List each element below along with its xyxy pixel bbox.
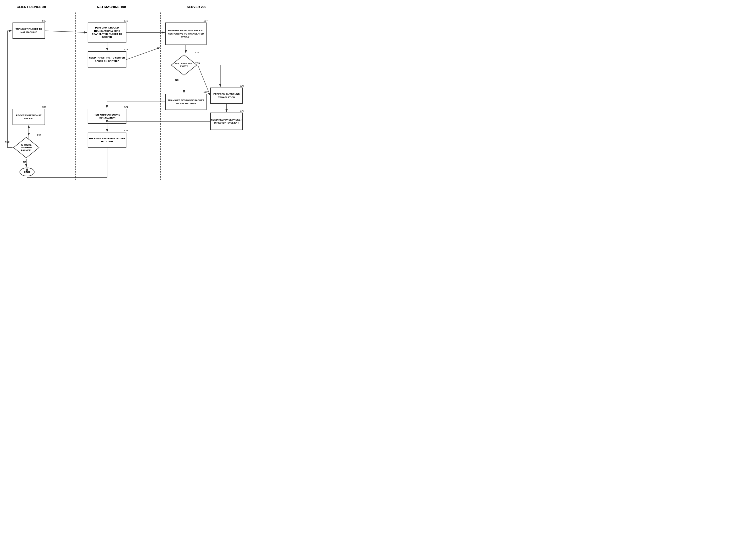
box-s30: SEND RESPONSE PACKET DIRECTLY TO CLIENT — [210, 112, 243, 130]
label-s24: S24 — [124, 106, 128, 108]
label-s34: S34 — [37, 134, 41, 136]
label-no-s34: NO — [23, 161, 26, 163]
header-client: CLIENT DEVICE 30 — [12, 5, 50, 9]
box-s32: PROCESS RESPONSE PACKET — [12, 109, 45, 125]
label-yes-s34: YES — [5, 141, 9, 143]
header-server: SERVER 200 — [175, 5, 218, 9]
svg-line-6 — [126, 48, 160, 60]
label-s10: S10 — [42, 19, 46, 22]
box-s12: PERFORM INBOUND TRANSLATION & SEND TRANS… — [88, 22, 126, 43]
label-s28: S28 — [240, 85, 244, 87]
label-s32: S32 — [42, 106, 46, 108]
box-s26: TRANSMIT RESPONSE PACKET TO CLIENT — [88, 133, 126, 148]
label-s16: S16 — [195, 51, 199, 54]
box-s10: TRANSMIT PACKET TO NAT MACHINE — [12, 22, 45, 39]
svg-line-3 — [45, 31, 87, 32]
flowchart-diagram: CLIENT DEVICE 30 NAT MACHINE 100 SERVER … — [5, 5, 245, 180]
box-s14: PREPARE RESPONSE PACKET RESPONSIVE TO TR… — [165, 22, 207, 45]
box-s28: PERFORM OUTBOUND TRNASLATION — [210, 88, 243, 104]
label-s26: S26 — [124, 129, 128, 132]
diamond-s16: DO TRANS. INS. EXIST? — [170, 54, 198, 76]
label-s14: S14 — [204, 19, 208, 22]
box-s18: TRANSMIT RESPONSE PACKET TO NAT MACHINE — [165, 94, 207, 110]
diamond-s34: IS THERE ANOTHER PACKET? — [12, 136, 40, 159]
box-s13: SEND TRANS. INS. TO SERVER BASED ON CRIT… — [88, 51, 126, 68]
label-s18: S18 — [204, 90, 208, 93]
label-no-s16: NO — [175, 79, 179, 81]
separator-2 — [160, 12, 161, 180]
header-nat: NAT MACHINE 100 — [90, 5, 133, 9]
label-s30: S30 — [240, 109, 244, 112]
label-s13: S13 — [124, 48, 128, 51]
oval-end: END — [19, 168, 35, 176]
label-yes-s16: YES — [195, 62, 200, 65]
box-s24: PERFORM OUTBOUND TRANSLATION — [88, 109, 126, 124]
label-s12: S12 — [124, 19, 128, 22]
separator-1 — [75, 12, 76, 180]
